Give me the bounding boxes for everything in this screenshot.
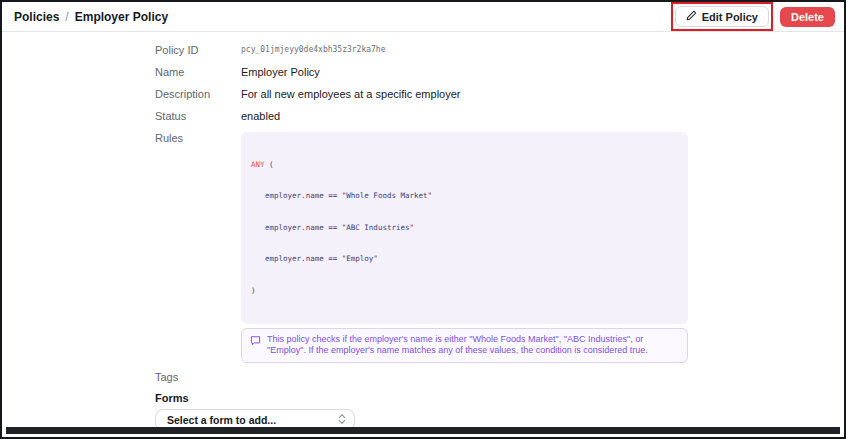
tags-label: Tags [155, 371, 830, 383]
page-header: Policies / Employer Policy Edit Policy D… [2, 2, 844, 32]
code-line-rule: employer.name == "Employ" [251, 254, 678, 265]
code-line-rule: employer.name == "Whole Foods Market" [251, 191, 678, 202]
field-row-policy-id: Policy ID pcy_01jmjeyy0de4xbh35z3r2ka7he [155, 44, 830, 56]
chevron-up-down-icon [338, 413, 346, 427]
field-row-description: Description For all new employees at a s… [155, 88, 830, 100]
edit-policy-label: Edit Policy [702, 11, 758, 23]
annotation-highlight-box: Edit Policy [671, 2, 773, 31]
code-line-rule: employer.name == "ABC Industries" [251, 223, 678, 234]
policy-id-value: pcy_01jmjeyy0de4xbh35z3r2ka7he [241, 44, 386, 56]
name-value: Employer Policy [241, 66, 320, 78]
rules-label: Rules [155, 132, 241, 144]
speech-bubble-icon [250, 335, 261, 350]
field-row-rules: Rules ANY ( employer.name == "Whole Food… [155, 132, 830, 324]
field-row-name: Name Employer Policy [155, 66, 830, 78]
field-row-status: Status enabled [155, 110, 830, 122]
breadcrumb: Policies / Employer Policy [14, 10, 168, 24]
description-value: For all new employees at a specific empl… [241, 88, 460, 100]
breadcrumb-separator: / [65, 10, 68, 24]
policy-id-label: Policy ID [155, 44, 241, 56]
status-label: Status [155, 110, 241, 122]
breadcrumb-current-page: Employer Policy [75, 10, 168, 24]
policy-detail-content: Policy ID pcy_01jmjeyy0de4xbh35z3r2ka7he… [2, 32, 844, 439]
delete-button[interactable]: Delete [780, 7, 835, 27]
description-label: Description [155, 88, 241, 100]
code-close-paren: ) [251, 286, 678, 297]
rules-code-block: ANY ( employer.name == "Whole Foods Mark… [241, 132, 688, 324]
pencil-icon [686, 10, 697, 23]
breadcrumb-policies-link[interactable]: Policies [14, 10, 59, 24]
edit-policy-button[interactable]: Edit Policy [675, 6, 769, 27]
rules-explanation-text: This policy checks if the employer's nam… [267, 334, 677, 357]
code-keyword: ANY [251, 160, 265, 169]
forms-label: Forms [155, 392, 830, 404]
code-open-paren: ( [265, 160, 274, 169]
header-actions: Edit Policy Delete [671, 2, 835, 31]
name-label: Name [155, 66, 241, 78]
code-line-open: ANY ( [251, 160, 678, 171]
form-select-placeholder: Select a form to add... [167, 414, 276, 426]
rules-explanation-note: This policy checks if the employer's nam… [241, 328, 688, 363]
window-bottom-bar [6, 427, 840, 434]
status-value: enabled [241, 110, 280, 122]
